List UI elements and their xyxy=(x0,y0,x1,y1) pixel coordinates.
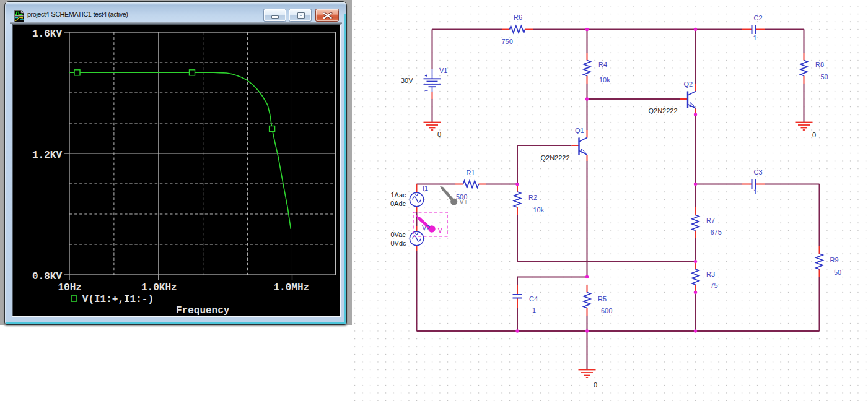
svg-text:30V: 30V xyxy=(401,77,413,84)
svg-text:1Aac: 1Aac xyxy=(391,191,407,199)
svg-text:50: 50 xyxy=(834,269,841,276)
svg-text:V2: V2 xyxy=(422,224,430,231)
svg-text:R3: R3 xyxy=(706,270,715,278)
svg-text:10k: 10k xyxy=(533,206,545,213)
svg-text:750: 750 xyxy=(502,38,513,45)
svg-text:R7: R7 xyxy=(706,217,715,224)
svg-text:Q2N2222: Q2N2222 xyxy=(541,154,570,162)
svg-text:675: 675 xyxy=(711,228,722,236)
svg-text:50: 50 xyxy=(821,73,828,80)
svg-text:75: 75 xyxy=(711,282,718,289)
svg-text:R5: R5 xyxy=(598,295,607,303)
svg-text:1: 1 xyxy=(532,306,536,314)
svg-text:V1: V1 xyxy=(439,67,447,74)
svg-text:0Vac: 0Vac xyxy=(391,231,406,238)
svg-text:R6: R6 xyxy=(514,14,522,21)
svg-text:1: 1 xyxy=(753,188,757,196)
svg-text:V+: V+ xyxy=(460,198,468,205)
svg-text:Q2: Q2 xyxy=(684,80,693,88)
svg-text:0Vdc: 0Vdc xyxy=(391,239,407,247)
svg-text:0: 0 xyxy=(437,131,441,138)
svg-text:I1: I1 xyxy=(423,184,428,192)
svg-text:Q1: Q1 xyxy=(575,127,584,134)
svg-text:V-: V- xyxy=(438,226,445,234)
svg-text:R1: R1 xyxy=(467,169,475,176)
svg-text:C4: C4 xyxy=(529,295,538,303)
svg-text:C2: C2 xyxy=(754,14,763,22)
svg-text:10k: 10k xyxy=(599,76,610,84)
svg-text:1: 1 xyxy=(753,34,757,41)
svg-text:R8: R8 xyxy=(815,61,824,68)
svg-text:Q2N2222: Q2N2222 xyxy=(649,107,678,114)
svg-text:C3: C3 xyxy=(754,168,763,176)
svg-text:0: 0 xyxy=(594,381,597,389)
svg-text:600: 600 xyxy=(601,307,612,314)
svg-text:0: 0 xyxy=(812,131,816,139)
svg-text:R9: R9 xyxy=(830,256,839,264)
svg-text:R4: R4 xyxy=(598,61,607,68)
svg-text:0Adc: 0Adc xyxy=(390,200,406,207)
svg-text:R2: R2 xyxy=(528,194,537,201)
